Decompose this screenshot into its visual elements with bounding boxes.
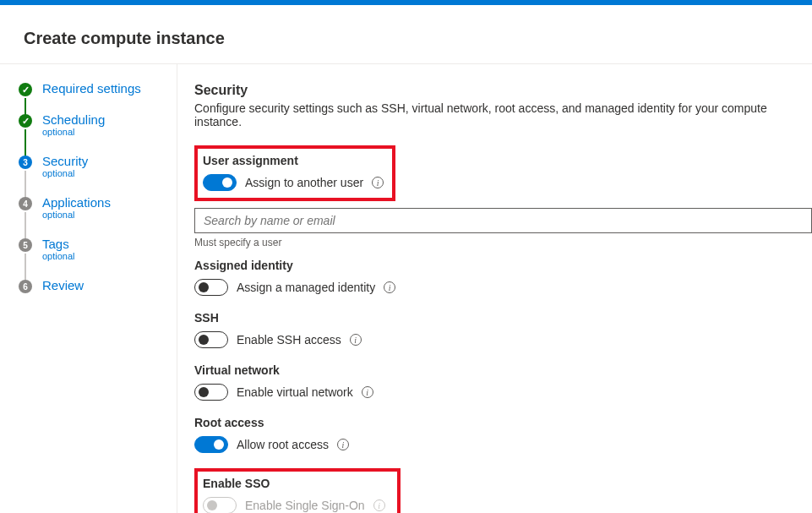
check-icon: [19, 114, 32, 128]
search-user-input[interactable]: [194, 208, 812, 233]
step-label: Tags: [42, 237, 177, 251]
step-number-icon: 6: [19, 280, 32, 293]
info-icon[interactable]: i: [384, 281, 395, 293]
ssh-title: SSH: [194, 311, 812, 325]
step-label: Review: [42, 278, 177, 292]
toggle-assign-user-label: Assign to another user: [245, 176, 363, 189]
sso-title: Enable SSO: [203, 477, 385, 490]
toggle-vnet-label: Enable virtual network: [237, 385, 353, 399]
info-icon[interactable]: i: [350, 334, 362, 346]
toggle-ssh[interactable]: [194, 331, 228, 348]
step-label: Applications: [42, 195, 177, 210]
step-sublabel: optional: [42, 210, 177, 220]
step-sublabel: optional: [42, 168, 177, 178]
toggle-ssh-label: Enable SSH access: [237, 333, 341, 347]
toggle-managed-identity-label: Assign a managed identity: [237, 281, 375, 294]
info-icon[interactable]: i: [337, 439, 349, 450]
toggle-sso-label: Enable Single Sign-On: [245, 499, 365, 512]
toggle-sso: [203, 497, 237, 513]
step-number-icon: 5: [19, 238, 32, 252]
step-applications[interactable]: 4 Applications optional: [19, 195, 177, 220]
step-label: Required settings: [42, 81, 177, 96]
step-sublabel: optional: [42, 127, 177, 137]
security-heading: Security: [194, 83, 812, 98]
step-label: Scheduling: [42, 112, 177, 127]
step-review[interactable]: 6 Review: [19, 278, 177, 292]
step-sublabel: optional: [42, 251, 177, 261]
main-panel: Security Configure security settings suc…: [177, 64, 812, 513]
vnet-title: Virtual network: [194, 363, 812, 377]
page-title: Create compute instance: [0, 5, 812, 63]
toggle-vnet[interactable]: [194, 384, 228, 401]
step-number-icon: 4: [19, 197, 32, 210]
assigned-identity-title: Assigned identity: [194, 259, 812, 272]
toggle-root-label: Allow root access: [237, 438, 329, 451]
search-user-helper: Must specify a user: [194, 237, 812, 248]
root-title: Root access: [194, 416, 812, 429]
check-icon: [19, 83, 32, 96]
toggle-root[interactable]: [194, 436, 228, 453]
steps-sidebar: Required settings Scheduling optional 3 …: [0, 64, 177, 513]
toggle-assign-user[interactable]: [203, 174, 237, 191]
info-icon[interactable]: i: [362, 386, 373, 398]
step-number-icon: 3: [19, 156, 32, 169]
user-assignment-title: User assignment: [203, 154, 384, 167]
highlight-sso: Enable SSO Enable Single Sign-On i: [194, 468, 401, 513]
highlight-user-assignment: User assignment Assign to another user i: [194, 145, 395, 201]
info-icon[interactable]: i: [373, 499, 385, 511]
security-description: Configure security settings such as SSH,…: [194, 101, 812, 128]
toggle-managed-identity[interactable]: [194, 279, 228, 296]
step-tags[interactable]: 5 Tags optional: [19, 237, 177, 261]
step-required-settings[interactable]: Required settings: [19, 81, 177, 96]
step-label: Security: [42, 154, 177, 168]
info-icon[interactable]: i: [372, 177, 384, 188]
step-security[interactable]: 3 Security optional: [19, 154, 177, 178]
step-scheduling[interactable]: Scheduling optional: [19, 112, 177, 137]
